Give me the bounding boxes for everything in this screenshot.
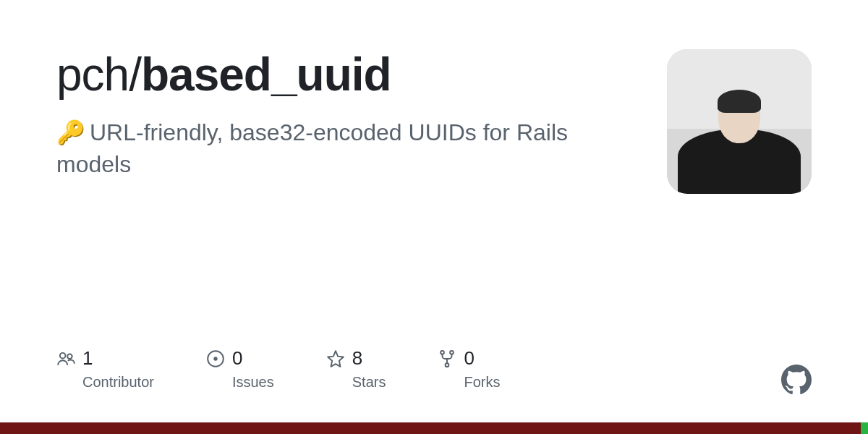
- repo-separator: /: [129, 48, 141, 101]
- svg-point-6: [446, 363, 449, 367]
- avatar-person: [681, 93, 797, 194]
- forks-label: Forks: [464, 374, 500, 391]
- star-icon: [326, 349, 345, 368]
- svg-point-5: [451, 350, 454, 354]
- svg-point-3: [213, 357, 217, 360]
- language-bar: [0, 422, 868, 434]
- stat-stars[interactable]: 8 Stars: [326, 347, 386, 391]
- stars-label: Stars: [352, 374, 386, 391]
- repo-owner[interactable]: pch: [56, 48, 129, 101]
- github-logo-icon[interactable]: [781, 365, 812, 395]
- key-emoji: 🔑: [56, 119, 85, 145]
- fork-icon: [438, 349, 456, 368]
- avatar[interactable]: [667, 49, 812, 194]
- repo-description: 🔑URL-friendly, base32-encoded UUIDs for …: [56, 117, 638, 179]
- stat-issues[interactable]: 0 Issues: [206, 347, 274, 391]
- repo-title[interactable]: pch/based_uuid: [56, 49, 638, 100]
- stat-forks[interactable]: 0 Forks: [438, 347, 500, 391]
- header-row: pch/based_uuid 🔑URL-friendly, base32-enc…: [56, 49, 812, 194]
- forks-value: 0: [464, 347, 474, 370]
- stats-row: 1 Contributor 0 Issues 8 Stars: [56, 347, 500, 391]
- svg-point-4: [441, 350, 445, 354]
- language-segment: [0, 422, 861, 434]
- svg-point-1: [67, 354, 72, 359]
- contributors-label: Contributor: [82, 374, 154, 391]
- contributors-value: 1: [82, 347, 93, 370]
- issues-label: Issues: [232, 374, 274, 391]
- people-icon: [56, 349, 75, 368]
- svg-point-0: [60, 352, 66, 358]
- issue-icon: [206, 349, 225, 368]
- issues-value: 0: [232, 347, 242, 370]
- repo-name[interactable]: based_uuid: [141, 48, 391, 101]
- stars-value: 8: [352, 347, 362, 370]
- title-section: pch/based_uuid 🔑URL-friendly, base32-enc…: [56, 49, 667, 180]
- description-text: URL-friendly, base32-encoded UUIDs for R…: [56, 119, 568, 176]
- language-segment: [861, 422, 868, 434]
- stat-contributors[interactable]: 1 Contributor: [56, 347, 154, 391]
